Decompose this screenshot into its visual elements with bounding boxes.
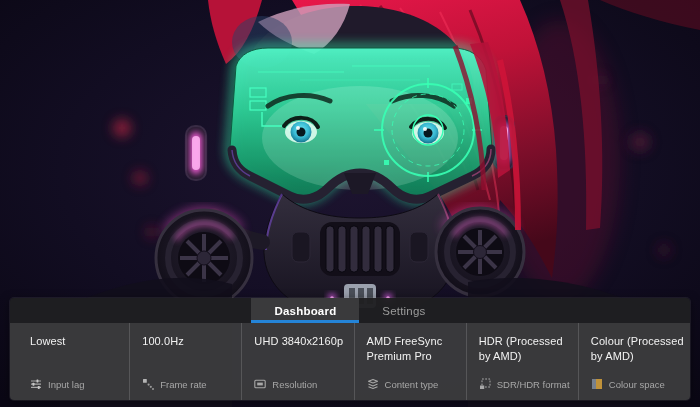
cell-label: Content type — [385, 379, 439, 390]
cell-value: Colour (Processed by AMD) — [591, 334, 686, 363]
cell-label: Frame rate — [160, 379, 206, 390]
dashboard-cell-colour-space: Colour (Processed by AMD)Colour space — [578, 323, 690, 400]
dashboard-cell-frame-rate: 100.0HzFrame rate — [129, 323, 241, 400]
cell-footer: Resolution — [254, 378, 349, 390]
input-lag-icon — [30, 378, 42, 390]
tab-dashboard[interactable]: Dashboard — [251, 298, 359, 323]
dashboard-cell-content-type: AMD FreeSync Premium ProContent type — [354, 323, 466, 400]
cell-footer: Colour space — [591, 378, 686, 390]
cell-value: UHD 3840x2160p — [254, 334, 349, 349]
screen: DashboardSettings LowestInput lag100.0Hz… — [0, 0, 700, 407]
sdr-hdr-format-icon — [479, 378, 491, 390]
content-type-icon — [367, 378, 379, 390]
cell-label: Colour space — [609, 379, 665, 390]
tab-bar: DashboardSettings — [10, 298, 690, 323]
cell-footer: Frame rate — [142, 378, 237, 390]
tab-settings[interactable]: Settings — [359, 298, 448, 323]
cell-label: Resolution — [272, 379, 317, 390]
cell-label: SDR/HDR format — [497, 379, 570, 390]
cell-label: Input lag — [48, 379, 84, 390]
dashboard-cell-input-lag: LowestInput lag — [10, 323, 129, 400]
monitor-osd-panel: DashboardSettings LowestInput lag100.0Hz… — [10, 298, 690, 400]
cell-footer: Input lag — [30, 378, 125, 390]
dashboard-cell-resolution: UHD 3840x2160pResolution — [241, 323, 353, 400]
cell-value: HDR (Processed by AMD) — [479, 334, 574, 363]
resolution-icon — [254, 378, 266, 390]
frame-rate-icon — [142, 378, 154, 390]
cell-value: AMD FreeSync Premium Pro — [367, 334, 462, 363]
colour-space-icon — [591, 378, 603, 390]
cell-value: 100.0Hz — [142, 334, 237, 349]
dashboard-cells: LowestInput lag100.0HzFrame rateUHD 3840… — [10, 323, 690, 400]
left-ear-light — [186, 126, 206, 180]
cell-value: Lowest — [30, 334, 125, 349]
cell-footer: SDR/HDR format — [479, 378, 574, 390]
cell-footer: Content type — [367, 378, 462, 390]
dashboard-cell-sdr-hdr-format: HDR (Processed by AMD)SDR/HDR format — [466, 323, 578, 400]
